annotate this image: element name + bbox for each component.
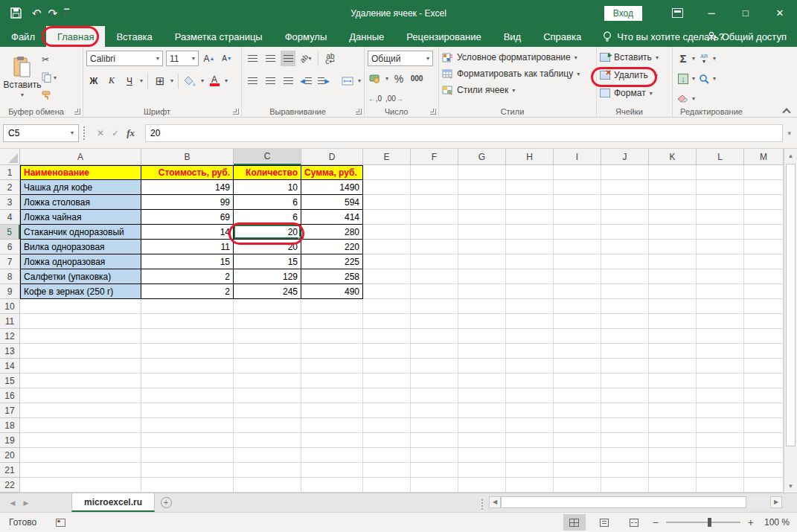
cell-G11[interactable] bbox=[458, 314, 506, 329]
column-header-J[interactable]: J bbox=[601, 149, 649, 165]
cell-B15[interactable] bbox=[141, 374, 234, 388]
cell-A21[interactable] bbox=[20, 463, 141, 478]
zoom-in-icon[interactable]: + bbox=[748, 516, 754, 528]
row-header-14[interactable]: 14 bbox=[0, 359, 20, 374]
cell-A8[interactable]: Салфетки (упаковка) bbox=[20, 269, 141, 284]
row-header-17[interactable]: 17 bbox=[0, 403, 20, 418]
tab-data[interactable]: Данные bbox=[338, 26, 395, 47]
cell-G3[interactable] bbox=[458, 195, 506, 210]
cell-E4[interactable] bbox=[363, 210, 411, 225]
cell-F18[interactable] bbox=[411, 418, 458, 433]
cell-D7[interactable]: 225 bbox=[301, 254, 363, 269]
cell-H2[interactable] bbox=[506, 180, 554, 195]
cell-E11[interactable] bbox=[363, 314, 411, 329]
cell-F11[interactable] bbox=[411, 314, 458, 329]
copy-button[interactable]: ▾ bbox=[42, 70, 57, 85]
cell-K10[interactable] bbox=[649, 299, 697, 314]
cell-G1[interactable] bbox=[458, 165, 506, 180]
horizontal-scrollbar[interactable]: ◀ ▶ bbox=[477, 496, 782, 508]
cell-J8[interactable] bbox=[601, 269, 649, 284]
cell-E1[interactable] bbox=[363, 165, 411, 180]
cell-C11[interactable] bbox=[234, 314, 301, 329]
cell-F6[interactable] bbox=[411, 240, 458, 254]
zoom-slider-thumb[interactable] bbox=[708, 518, 711, 527]
column-header-C[interactable]: C bbox=[234, 149, 301, 165]
cell-A1[interactable]: Наименование bbox=[20, 165, 141, 180]
cell-F4[interactable] bbox=[411, 210, 458, 225]
cell-D18[interactable] bbox=[301, 418, 363, 433]
cell-A9[interactable]: Кофе в зернах (250 г) bbox=[20, 284, 141, 299]
view-page-break-button[interactable] bbox=[623, 514, 645, 531]
cell-J10[interactable] bbox=[601, 299, 649, 314]
cell-J19[interactable] bbox=[601, 433, 649, 448]
cell-K12[interactable] bbox=[649, 329, 697, 344]
tab-help[interactable]: Справка bbox=[532, 26, 592, 47]
cell-G13[interactable] bbox=[458, 344, 506, 359]
row-header-15[interactable]: 15 bbox=[0, 374, 20, 388]
cell-B21[interactable] bbox=[141, 463, 234, 478]
cell-I4[interactable] bbox=[554, 210, 601, 225]
column-header-D[interactable]: D bbox=[301, 149, 363, 165]
cell-H9[interactable] bbox=[506, 284, 554, 299]
align-middle-button[interactable] bbox=[263, 51, 278, 66]
cell-B1[interactable]: Стоимость, руб. bbox=[141, 165, 234, 180]
cell-H22[interactable] bbox=[506, 478, 554, 493]
cell-L8[interactable] bbox=[697, 269, 744, 284]
row-header-4[interactable]: 4 bbox=[0, 210, 20, 225]
row-header-19[interactable]: 19 bbox=[0, 433, 20, 448]
cell-B11[interactable] bbox=[141, 314, 234, 329]
cell-I14[interactable] bbox=[554, 359, 601, 374]
cell-F14[interactable] bbox=[411, 359, 458, 374]
cell-C5[interactable]: 20 bbox=[234, 225, 301, 240]
underline-dropdown[interactable]: ▾ bbox=[140, 77, 143, 84]
cell-D12[interactable] bbox=[301, 329, 363, 344]
delete-cells-dropdown[interactable]: ▾ bbox=[655, 72, 658, 79]
alignment-dialog-launcher[interactable] bbox=[356, 109, 362, 115]
cell-L13[interactable] bbox=[697, 344, 744, 359]
align-center-button[interactable] bbox=[263, 73, 278, 89]
cell-A17[interactable] bbox=[20, 403, 141, 418]
cell-E18[interactable] bbox=[363, 418, 411, 433]
cell-L2[interactable] bbox=[697, 180, 744, 195]
cell-E15[interactable] bbox=[363, 374, 411, 388]
cell-D20[interactable] bbox=[301, 448, 363, 463]
row-header-1[interactable]: 1 bbox=[0, 165, 20, 180]
cell-G18[interactable] bbox=[458, 418, 506, 433]
cell-J7[interactable] bbox=[601, 254, 649, 269]
row-header-22[interactable]: 22 bbox=[0, 478, 20, 493]
cell-D5[interactable]: 280 bbox=[301, 225, 363, 240]
cell-I6[interactable] bbox=[554, 240, 601, 254]
cell-H21[interactable] bbox=[506, 463, 554, 478]
cell-G15[interactable] bbox=[458, 374, 506, 388]
cell-M17[interactable] bbox=[744, 403, 784, 418]
cell-B12[interactable] bbox=[141, 329, 234, 344]
tab-insert[interactable]: Вставка bbox=[105, 26, 163, 47]
cell-M1[interactable] bbox=[744, 165, 784, 180]
cell-B4[interactable]: 69 bbox=[141, 210, 234, 225]
cell-K22[interactable] bbox=[649, 478, 697, 493]
redo-icon[interactable]: ↷▾ bbox=[48, 7, 54, 20]
cell-H10[interactable] bbox=[506, 299, 554, 314]
paste-button[interactable]: Вставить ▾ bbox=[3, 49, 42, 104]
cell-F5[interactable] bbox=[411, 225, 458, 240]
column-header-A[interactable]: A bbox=[20, 149, 141, 165]
cell-B13[interactable] bbox=[141, 344, 234, 359]
cell-L20[interactable] bbox=[697, 448, 744, 463]
cell-M3[interactable] bbox=[744, 195, 784, 210]
column-header-H[interactable]: H bbox=[506, 149, 554, 165]
cell-I5[interactable] bbox=[554, 225, 601, 240]
cell-E20[interactable] bbox=[363, 448, 411, 463]
cell-K18[interactable] bbox=[649, 418, 697, 433]
cell-J20[interactable] bbox=[601, 448, 649, 463]
close-button[interactable]: ✕ bbox=[763, 0, 797, 26]
cancel-entry-icon[interactable]: ✕ bbox=[97, 128, 104, 138]
tell-me-search[interactable]: Что вы хотите сделать? bbox=[603, 26, 724, 47]
cell-H8[interactable] bbox=[506, 269, 554, 284]
cell-E21[interactable] bbox=[363, 463, 411, 478]
cell-C1[interactable]: Количество bbox=[234, 165, 301, 180]
tab-view[interactable]: Вид bbox=[493, 26, 533, 47]
cell-G22[interactable] bbox=[458, 478, 506, 493]
cell-D17[interactable] bbox=[301, 403, 363, 418]
cell-E22[interactable] bbox=[363, 478, 411, 493]
cut-button[interactable]: ✂ bbox=[42, 52, 57, 67]
